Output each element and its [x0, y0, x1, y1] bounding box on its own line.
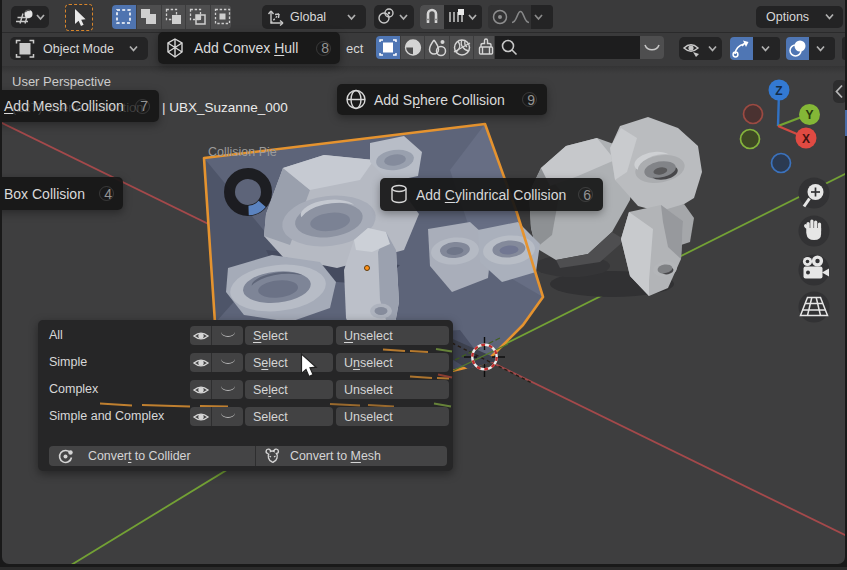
- svg-text:X: X: [802, 132, 810, 146]
- svg-text:Y: Y: [805, 108, 813, 122]
- svg-text:Z: Z: [775, 84, 782, 98]
